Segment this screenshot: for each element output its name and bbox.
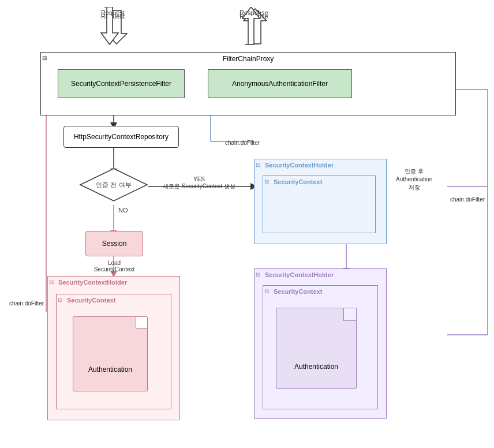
holder2-title: SecurityContextHolder xyxy=(265,162,334,169)
holder1-icon: ⊟ xyxy=(49,279,54,285)
anonymous-authentication-filter: AnonymousAuthenticationFilter xyxy=(208,69,352,98)
authentication-3-doc: Authentication xyxy=(276,308,357,389)
chain-do-filter-2-label: chain.doFilter xyxy=(225,140,260,146)
security-context-holder-3: ⊟ SecurityContextHolder ⊟ SecurityContex… xyxy=(254,268,387,419)
request-label-text: Request xyxy=(101,9,125,16)
security-context-3: ⊟ SecurityContext Authentication xyxy=(263,285,378,409)
holder3-title: SecurityContextHolder xyxy=(265,271,334,278)
no-label: NO xyxy=(118,207,128,214)
svg-text:인증 전 여부: 인증 전 여부 xyxy=(96,181,131,188)
security-context-2: ⊟ SecurityContext xyxy=(263,176,376,233)
session-box: Session xyxy=(85,231,143,256)
authentication-3-label: Authentication xyxy=(276,363,356,371)
chain-do-filter-1-label: chain.doFilter xyxy=(9,300,44,307)
response-label-text: Response xyxy=(239,9,268,16)
authentication-1-label: Authentication xyxy=(73,365,147,374)
diagram-container: Request Response ⊟ FilterChainProxy Secu… xyxy=(0,0,494,448)
chain-do-filter-3-label: chain.doFilter xyxy=(450,196,485,203)
load-security-context-label: Load SecurityContext xyxy=(85,260,143,272)
security-context-persistence-filter: SecurityContextPersistenceFilter xyxy=(58,69,185,98)
context2-title: SecurityContext xyxy=(274,178,322,185)
context1-title: SecurityContext xyxy=(67,297,115,304)
context3-title: SecurityContext xyxy=(274,288,322,295)
security-context-1: ⊟ SecurityContext Authentication xyxy=(56,294,171,409)
holder1-title: SecurityContextHolder xyxy=(58,279,127,286)
security-context-holder-2: ⊟ SecurityContextHolder ⊟ SecurityContex… xyxy=(254,159,387,244)
yes-label: YES 새로운 SecurityContext 생성 xyxy=(153,176,245,191)
after-auth-label: 인증 후 Authentication 저장 xyxy=(396,167,432,192)
diamond-decision: 인증 전 여부 xyxy=(79,167,148,202)
security-context-holder-1: ⊟ SecurityContextHolder ⊟ SecurityContex… xyxy=(47,276,180,420)
filter-chain-proxy-icon: ⊟ xyxy=(42,55,47,61)
filter-chain-proxy-title: FilterChainProxy xyxy=(223,55,274,63)
authentication-1-doc: Authentication xyxy=(73,316,148,391)
http-security-context-repository: HttpSecurityContextRepository xyxy=(63,126,179,148)
